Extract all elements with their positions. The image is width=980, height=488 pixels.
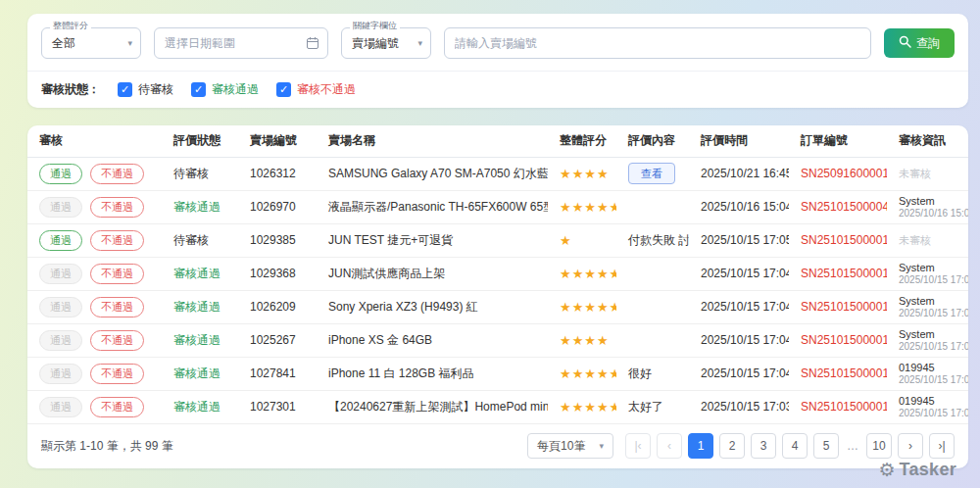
content-cell: 付款失敗 討厭 — [616, 223, 689, 257]
status-cell: 審核通過 — [162, 190, 238, 223]
approve-button[interactable]: 通過 — [39, 164, 82, 184]
review-info-time: 2025/10/15 17:08 — [899, 374, 960, 386]
rating-select[interactable]: 整體評分 全部 ▾ — [41, 27, 141, 59]
store-name-cell: 【20240627重新上架測試】HomePod mini 白 — [317, 390, 548, 423]
reject-button[interactable]: 不通過 — [90, 264, 144, 284]
reject-button[interactable]: 不通過 — [90, 330, 144, 351]
review-actions-cell: 通過不通過 — [27, 257, 162, 290]
store-name-cell: JUN TEST 捷元+可退貨 — [317, 223, 548, 257]
review-actions-cell: 通過不通過 — [27, 323, 162, 357]
page-size-label: 每頁10筆 — [537, 438, 585, 455]
reject-button[interactable]: 不通過 — [90, 164, 144, 184]
checkbox-label: 審核通過 — [212, 81, 259, 98]
store-id-cell: 1026209 — [238, 290, 317, 323]
review-info-text: System — [899, 294, 960, 308]
time-cell: 2025/10/16 15:04:54 — [689, 190, 789, 223]
page-button-5[interactable]: 5 — [813, 433, 839, 459]
checkbox-checked-icon: ✓ — [118, 82, 132, 97]
rating-select-label: 整體評分 — [50, 22, 91, 30]
last-page-button[interactable]: ›| — [929, 433, 955, 459]
store-id-cell: 1029385 — [238, 223, 317, 257]
result-summary: 顯示第 1-10 筆，共 99 筆 — [41, 438, 173, 455]
col-header-order-no: 訂單編號 — [789, 125, 887, 157]
review-actions-cell: 通過不通過 — [27, 357, 162, 390]
col-header-review-info: 審核資訊 — [887, 125, 968, 157]
table-footer: 顯示第 1-10 筆，共 99 筆 每頁10筆 ▾ |‹‹12345…10››| — [27, 423, 968, 468]
review-actions-cell: 通過不通過 — [27, 290, 162, 323]
table-row: 通過不通過審核通過1027301【20240627重新上架測試】HomePod … — [27, 390, 968, 423]
table-row: 通過不通過審核通過1027841iPhone 11 白 128GB 福利品★★★… — [27, 357, 968, 390]
status-cell: 審核通過 — [162, 357, 238, 390]
col-header-rating: 整體評分 — [548, 125, 616, 157]
status-cell: 待審核 — [162, 223, 238, 257]
page-button-3[interactable]: 3 — [751, 433, 776, 459]
chevron-down-icon: ▾ — [127, 38, 132, 48]
status-cell: 審核通過 — [162, 257, 238, 290]
content-cell — [616, 323, 689, 357]
status-checkbox-rejected[interactable]: ✓審核不通過 — [276, 81, 356, 98]
order-no-cell: SN251015000018001 — [789, 257, 887, 290]
page-button-1[interactable]: 1 — [688, 433, 713, 459]
stars-cell: ★★★★★ — [548, 190, 616, 223]
approve-button: 通過 — [39, 297, 82, 317]
content-cell — [616, 290, 689, 323]
status-checkbox-group: ✓待審核✓審核通過✓審核不通過 — [100, 81, 356, 98]
review-info-text: 未審核 — [899, 233, 960, 247]
brand-watermark: ⚙ Tasker — [878, 460, 956, 480]
page-size-select[interactable]: 每頁10筆 ▾ — [527, 433, 613, 459]
review-info-text: System — [899, 327, 960, 341]
view-content-button[interactable]: 查看 — [628, 163, 675, 184]
content-cell — [616, 190, 689, 223]
status-filter-row: 審核狀態： ✓待審核✓審核通過✓審核不通過 — [27, 72, 968, 107]
store-name-cell: iPhone XS 金 64GB — [317, 323, 548, 357]
status-checkbox-approved[interactable]: ✓審核通過 — [191, 81, 259, 98]
reject-button[interactable]: 不通過 — [90, 397, 144, 417]
page-button-10[interactable]: 10 — [866, 433, 892, 459]
keyword-field-label: 關鍵字欄位 — [350, 22, 400, 30]
content-cell: 查看 — [616, 157, 689, 190]
next-page-button[interactable]: › — [898, 433, 923, 459]
reject-button[interactable]: 不通過 — [90, 197, 144, 218]
gear-icon: ⚙ — [878, 461, 895, 479]
time-cell: 2025/10/15 17:03:52 — [689, 390, 789, 423]
pagination-ellipsis: … — [845, 439, 860, 453]
table-row: 通過不通過審核通過1025267iPhone XS 金 64GB★★★★2025… — [27, 323, 968, 357]
approve-button[interactable]: 通過 — [39, 230, 82, 251]
checkbox-checked-icon: ✓ — [276, 82, 291, 97]
time-cell: 2025/10/21 16:45:00 — [689, 157, 789, 190]
review-info-time: 2025/10/15 17:04 — [899, 341, 960, 353]
reject-button[interactable]: 不通過 — [90, 364, 144, 384]
review-info-time: 2025/10/15 17:08 — [899, 408, 960, 419]
reject-button[interactable]: 不通過 — [90, 297, 144, 317]
search-button[interactable]: 查詢 — [884, 28, 955, 58]
order-no-cell: SN251015000014003 — [789, 390, 887, 423]
filter-panel: 整體評分 全部 ▾ 關鍵字欄位 賣場編號 ▾ — [27, 14, 968, 108]
review-info-cell: 0199452025/10/15 17:08 — [887, 390, 968, 423]
date-range-input[interactable] — [154, 27, 328, 59]
review-info-time: 2025/10/15 17:04 — [899, 308, 960, 319]
page-button-2[interactable]: 2 — [719, 433, 745, 459]
table-row: 通過不通過審核通過1026970液晶顯示器/Panasonic TH-65FX6… — [27, 190, 968, 223]
store-name-cell: JUN測試供應商品上架 — [317, 257, 548, 290]
store-id-cell: 1027301 — [238, 390, 317, 423]
store-name-cell: SAMSUNG Galaxy A70 SM-A7050 幻水藍 展示機-1 (倉… — [317, 157, 548, 190]
chevron-down-icon: ▾ — [599, 441, 604, 451]
filter-row: 整體評分 全部 ▾ 關鍵字欄位 賣場編號 ▾ — [27, 16, 968, 71]
keyword-input[interactable] — [444, 27, 871, 59]
checkbox-label: 審核不通過 — [297, 81, 356, 98]
brand-name: Tasker — [899, 460, 956, 480]
status-cell: 審核通過 — [162, 323, 238, 357]
reject-button[interactable]: 不通過 — [90, 230, 144, 251]
stars-cell: ★★★★★ — [548, 290, 616, 323]
review-info-cell: System2025/10/16 15:04 — [887, 190, 968, 223]
order-no-cell: SN251015000019001 — [789, 223, 887, 257]
col-header-review: 審核 — [27, 125, 162, 157]
content-cell — [616, 257, 689, 290]
review-info-text: 019945 — [899, 394, 960, 408]
approve-button: 通過 — [39, 330, 82, 351]
status-checkbox-pending[interactable]: ✓待審核 — [118, 81, 173, 98]
review-actions-cell: 通過不通過 — [27, 157, 162, 190]
stars-cell: ★★★★★ — [548, 257, 616, 290]
keyword-field-select[interactable]: 關鍵字欄位 賣場編號 ▾ — [341, 27, 431, 59]
page-button-4[interactable]: 4 — [782, 433, 808, 459]
